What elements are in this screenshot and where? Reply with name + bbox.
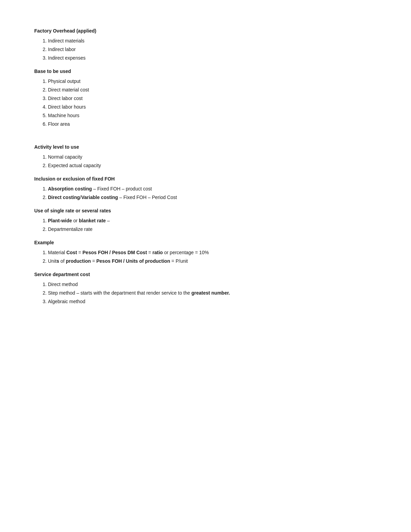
plant-wide-label: Plant-wide or blanket rate – bbox=[48, 218, 110, 223]
list-item: Algebraic method bbox=[48, 298, 377, 305]
list-item: Material Cost = Pesos FOH / Pesos DM Cos… bbox=[48, 249, 377, 256]
list-item: Direct material cost bbox=[48, 86, 377, 94]
list-item: Indirect materials bbox=[48, 37, 377, 45]
list-item: Indirect expenses bbox=[48, 54, 377, 62]
list-item: Indirect labor bbox=[48, 46, 377, 53]
list-item: Direct labor hours bbox=[48, 103, 377, 111]
absorption-costing-label: Absorption costing – Fixed FOH – product… bbox=[48, 186, 152, 191]
service-dept-title: Service department cost bbox=[34, 271, 377, 278]
list-item: Physical output bbox=[48, 78, 377, 85]
single-rate-list: Plant-wide or blanket rate – Departmenta… bbox=[34, 217, 377, 233]
inclusion-exclusion-section: Inclusion or exclusion of fixed FOH Abso… bbox=[34, 175, 377, 201]
list-item: Direct costing/Variable costing – Fixed … bbox=[48, 194, 377, 201]
factory-overhead-section: Factory Overhead (applied) Indirect mate… bbox=[34, 27, 377, 62]
list-item: Expected actual capacity bbox=[48, 162, 377, 169]
inclusion-exclusion-title: Inclusion or exclusion of fixed FOH bbox=[34, 175, 377, 183]
step-method-label: Step method – starts with the department… bbox=[48, 290, 230, 296]
list-item: Units of production = Pesos FOH / Units … bbox=[48, 258, 377, 265]
single-rate-section: Use of single rate or several rates Plan… bbox=[34, 207, 377, 233]
activity-level-list: Normal capacity Expected actual capacity bbox=[34, 153, 377, 169]
single-rate-title: Use of single rate or several rates bbox=[34, 207, 377, 214]
list-item: Direct labor cost bbox=[48, 95, 377, 102]
base-to-use-list: Physical output Direct material cost Dir… bbox=[34, 78, 377, 128]
direct-costing-label: Direct costing/Variable costing – Fixed … bbox=[48, 195, 177, 200]
list-item: Plant-wide or blanket rate – bbox=[48, 217, 377, 224]
list-item: Absorption costing – Fixed FOH – product… bbox=[48, 185, 377, 193]
service-dept-section: Service department cost Direct method St… bbox=[34, 271, 377, 305]
list-item: Normal capacity bbox=[48, 153, 377, 161]
units-production-example: Units of production = Pesos FOH / Units … bbox=[48, 258, 188, 264]
example-title: Example bbox=[34, 239, 377, 246]
list-item: Step method – starts with the department… bbox=[48, 289, 377, 297]
list-item: Floor area bbox=[48, 121, 377, 128]
spacer-1 bbox=[34, 134, 377, 144]
material-cost-example: Material Cost = Pesos FOH / Pesos DM Cos… bbox=[48, 250, 209, 255]
list-item: Direct method bbox=[48, 281, 377, 288]
activity-level-section: Activity level to use Normal capacity Ex… bbox=[34, 144, 377, 169]
service-dept-list: Direct method Step method – starts with … bbox=[34, 281, 377, 305]
factory-overhead-list: Indirect materials Indirect labor Indire… bbox=[34, 37, 377, 62]
base-to-use-section: Base to be used Physical output Direct m… bbox=[34, 68, 377, 128]
example-list: Material Cost = Pesos FOH / Pesos DM Cos… bbox=[34, 249, 377, 265]
factory-overhead-title: Factory Overhead (applied) bbox=[34, 27, 377, 35]
activity-level-title: Activity level to use bbox=[34, 144, 377, 151]
example-section: Example Material Cost = Pesos FOH / Peso… bbox=[34, 239, 377, 265]
list-item: Departmentalize rate bbox=[48, 226, 377, 233]
base-to-use-title: Base to be used bbox=[34, 68, 377, 75]
list-item: Machine hours bbox=[48, 112, 377, 119]
inclusion-exclusion-list: Absorption costing – Fixed FOH – product… bbox=[34, 185, 377, 201]
